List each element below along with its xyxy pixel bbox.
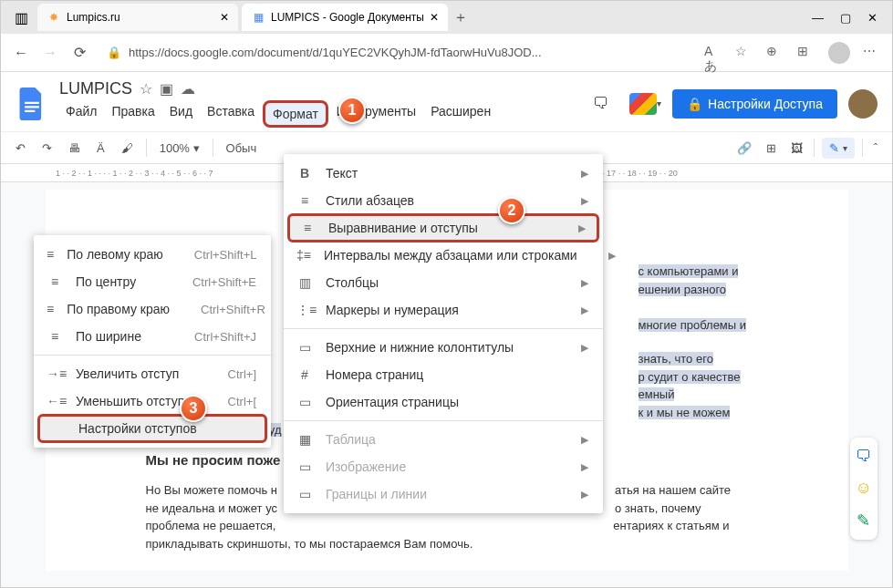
format-borders-lines: ▭Границы и линии▶ bbox=[284, 480, 603, 508]
profile-avatar[interactable] bbox=[848, 89, 877, 119]
favicon-lumpics: ✸ bbox=[47, 10, 61, 25]
menu-format[interactable]: Формат bbox=[263, 100, 328, 128]
format-headers-footers[interactable]: ▭Верхние и нижние колонтитулы▶ bbox=[284, 334, 603, 361]
browser-tab-active[interactable]: ▦ LUMPICS - Google Документы ✕ bbox=[242, 4, 448, 31]
cloud-status-icon[interactable]: ☁ bbox=[181, 80, 195, 98]
format-dropdown-menu: BТекст▶ ≡Стили абзацев▶ ≡Выравнивание и … bbox=[284, 154, 603, 513]
url-text: https://docs.google.com/document/d/1quYE… bbox=[129, 46, 542, 59]
close-icon[interactable]: ✕ bbox=[220, 11, 229, 24]
format-paragraph-styles[interactable]: ≡Стили абзацев▶ bbox=[284, 187, 603, 214]
refresh-button[interactable]: ⟳ bbox=[70, 44, 88, 62]
menu-insert[interactable]: Вставка bbox=[201, 100, 261, 128]
lock-icon: 🔒 bbox=[107, 46, 121, 59]
menu-view[interactable]: Вид bbox=[163, 100, 199, 128]
increase-indent[interactable]: →≡Увеличить отступCtrl+] bbox=[34, 360, 271, 387]
format-columns[interactable]: ▥Столбцы▶ bbox=[284, 269, 603, 296]
decrease-indent[interactable]: ←≡Уменьшить отступCtrl+[ bbox=[34, 387, 271, 415]
window-maximize-button[interactable]: ▢ bbox=[840, 11, 851, 25]
favorite-icon[interactable]: ☆ bbox=[735, 44, 753, 62]
format-text[interactable]: BТекст▶ bbox=[284, 160, 603, 187]
add-comment-button[interactable]: 🗨 bbox=[856, 447, 872, 466]
collapse-button[interactable]: ˆ bbox=[870, 138, 881, 159]
pencil-icon: ✎ bbox=[829, 141, 839, 155]
docs-logo-icon[interactable] bbox=[16, 82, 48, 126]
share-button[interactable]: 🔒 Настройки Доступа bbox=[672, 89, 837, 119]
tab-actions-icon[interactable]: ▥ bbox=[8, 9, 34, 26]
reactions-panel: 🗨 ☺ ✎ bbox=[850, 438, 877, 540]
align-justify[interactable]: ≡По ширинеCtrl+Shift+J bbox=[34, 323, 271, 350]
format-align-indent[interactable]: ≡Выравнивание и отступы▶ bbox=[287, 213, 599, 242]
menu-extensions[interactable]: Расширен bbox=[424, 100, 497, 128]
editing-mode-button[interactable]: ✎ ▾ bbox=[822, 138, 855, 159]
format-bullets-numbering[interactable]: ⋮≡Маркеры и нумерация▶ bbox=[284, 296, 603, 324]
favicon-docs: ▦ bbox=[251, 10, 265, 25]
back-button[interactable]: ← bbox=[12, 44, 30, 62]
extensions-icon[interactable]: ⊞ bbox=[797, 44, 815, 62]
docs-header: LUMPICS ☆ ▣ ☁ Файл Правка Вид Вставка Фо… bbox=[1, 72, 892, 128]
paint-format-button[interactable]: 🖌 bbox=[118, 138, 137, 159]
format-page-numbers[interactable]: #Номера страниц bbox=[284, 361, 603, 388]
tab-title: Lumpics.ru bbox=[67, 11, 120, 24]
menu-file[interactable]: Файл bbox=[59, 100, 103, 128]
new-tab-button[interactable]: ＋ bbox=[452, 8, 470, 26]
close-icon[interactable]: ✕ bbox=[430, 11, 439, 24]
window-minimize-button[interactable]: — bbox=[812, 11, 824, 25]
document-title[interactable]: LUMPICS bbox=[59, 79, 132, 98]
browser-tab-inactive[interactable]: ✸ Lumpics.ru ✕ bbox=[37, 4, 238, 31]
comment-button[interactable]: ⊞ bbox=[763, 138, 780, 159]
menu-edit[interactable]: Правка bbox=[105, 100, 161, 128]
docs-menu-bar: Файл Правка Вид Вставка Формат Инструмен… bbox=[59, 100, 574, 128]
emoji-reaction-button[interactable]: ☺ bbox=[856, 479, 872, 498]
print-button[interactable]: 🖶 bbox=[65, 138, 84, 159]
meet-button[interactable]: ▾ bbox=[628, 88, 661, 120]
align-right[interactable]: ≡По правому краюCtrl+Shift+R bbox=[34, 295, 271, 323]
zoom-selector[interactable]: 100% ▾ bbox=[156, 138, 203, 159]
browser-toolbar: ← → ⟳ 🔒 https://docs.google.com/document… bbox=[1, 34, 892, 72]
annotation-badge-1: 1 bbox=[338, 97, 366, 124]
browser-tab-strip: ▥ ✸ Lumpics.ru ✕ ▦ LUMPICS - Google Доку… bbox=[1, 1, 892, 34]
link-button[interactable]: 🔗 bbox=[733, 138, 755, 159]
redo-button[interactable]: ↷ bbox=[38, 138, 56, 159]
align-indent-submenu: ≡По левому краюCtrl+Shift+L ≡По центруCt… bbox=[34, 235, 271, 448]
share-button-label: Настройки Доступа bbox=[708, 97, 823, 111]
window-close-button[interactable]: ✕ bbox=[867, 11, 877, 25]
style-selector[interactable]: Обыч bbox=[223, 138, 261, 159]
reader-icon[interactable]: Aあ bbox=[704, 44, 722, 62]
collections-icon[interactable]: ⊕ bbox=[766, 44, 784, 62]
indentation-options[interactable]: Настройки отступов bbox=[37, 414, 267, 443]
move-icon[interactable]: ▣ bbox=[160, 80, 173, 98]
image-button[interactable]: 🖼 bbox=[787, 138, 806, 159]
annotation-badge-2: 2 bbox=[498, 197, 525, 224]
suggest-edit-button[interactable]: ✎ bbox=[857, 511, 870, 531]
format-page-orientation[interactable]: ▭Ориентация страницы bbox=[284, 388, 603, 416]
format-line-spacing[interactable]: ‡≡Интервалы между абзацами или строками▶ bbox=[284, 242, 603, 269]
browser-profile-avatar[interactable] bbox=[828, 42, 850, 64]
format-table: ▦Таблица▶ bbox=[284, 426, 603, 453]
address-bar[interactable]: 🔒 https://docs.google.com/document/d/1qu… bbox=[99, 46, 693, 59]
lock-icon: 🔒 bbox=[687, 97, 702, 111]
align-left[interactable]: ≡По левому краюCtrl+Shift+L bbox=[34, 241, 271, 268]
spellcheck-button[interactable]: Ä bbox=[93, 138, 109, 159]
more-icon[interactable]: ⋯ bbox=[863, 44, 881, 62]
comments-history-button[interactable]: 🗨 bbox=[585, 88, 618, 120]
format-image: ▭Изображение▶ bbox=[284, 453, 603, 480]
align-center[interactable]: ≡По центруCtrl+Shift+E bbox=[34, 268, 271, 295]
tab-title: LUMPICS - Google Документы bbox=[271, 11, 424, 24]
forward-button[interactable]: → bbox=[41, 44, 59, 62]
annotation-badge-3: 3 bbox=[180, 395, 207, 422]
undo-button[interactable]: ↶ bbox=[12, 138, 29, 159]
star-icon[interactable]: ☆ bbox=[140, 80, 152, 98]
